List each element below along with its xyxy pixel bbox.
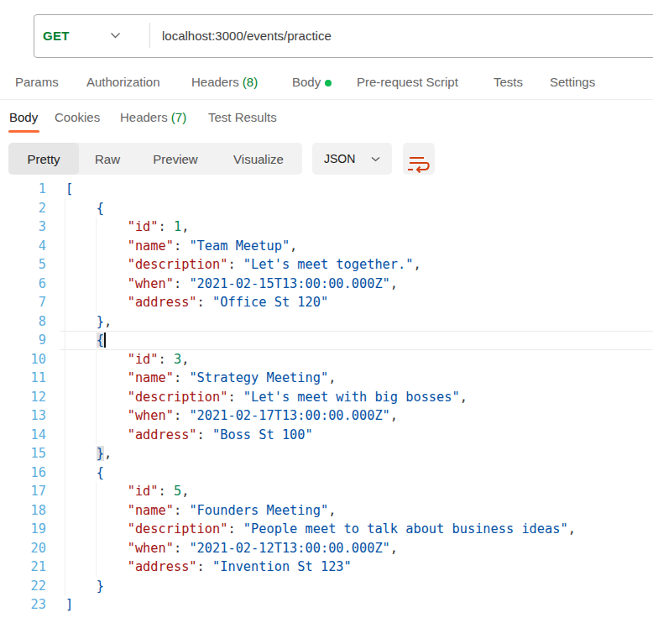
code-line-text: [: [65, 180, 73, 199]
line-number: 20: [0, 539, 46, 558]
code-line[interactable]: 4 "name": "Team Meetup",: [0, 237, 653, 256]
line-number: 16: [0, 463, 46, 483]
url-input[interactable]: localhost:3000/events/practice: [162, 15, 332, 55]
tab-tests[interactable]: Tests: [494, 76, 523, 89]
url-bar: GET localhost:3000/events/practice: [34, 14, 653, 58]
code-line-text: "when": "2021-02-12T13:00:00.000Z",: [65, 539, 398, 558]
text-cursor: [104, 332, 106, 348]
tab-params[interactable]: Params: [15, 76, 59, 89]
code-line[interactable]: 15 },: [0, 444, 653, 463]
line-number: 12: [0, 388, 46, 407]
response-tab-body[interactable]: Body: [9, 111, 38, 124]
view-mode-switcher: Pretty Raw Preview Visualize: [8, 143, 302, 175]
view-mode-visualize[interactable]: Visualize: [215, 143, 302, 175]
code-line[interactable]: 20 "when": "2021-02-12T13:00:00.000Z",: [0, 539, 653, 558]
response-tab-headers[interactable]: Headers (7): [120, 111, 186, 124]
code-line-text: "description": "Let's meet together.",: [65, 255, 421, 275]
code-editor[interactable]: 1[2 {3 "id": 1,4 "name": "Team Meetup",5…: [0, 180, 653, 615]
wrap-lines-button[interactable]: [403, 143, 435, 175]
code-line-text: ]: [65, 595, 73, 615]
code-line-text: "id": 5,: [65, 482, 189, 501]
code-line-text: "when": "2021-02-17T13:00:00.000Z",: [65, 406, 398, 426]
code-line[interactable]: 7 "address": "Office St 120": [0, 293, 653, 312]
code-line-text: },: [65, 312, 112, 332]
response-headers-count: (7): [168, 110, 187, 124]
code-line[interactable]: 6 "when": "2021-02-15T13:00:00.000Z",: [0, 275, 653, 294]
code-line-text: {: [65, 463, 104, 483]
tab-body[interactable]: Body: [292, 76, 332, 89]
line-number: 15: [0, 444, 46, 463]
line-number: 17: [0, 482, 46, 501]
code-line[interactable]: 2 {: [0, 199, 653, 218]
code-line[interactable]: 21 "address": "Invention St 123": [0, 558, 653, 577]
code-line-text: "address": "Boss St 100": [65, 426, 313, 445]
code-line[interactable]: 12 "description": "Let's meet with big b…: [0, 388, 653, 407]
code-line-text: "name": "Team Meetup",: [65, 237, 297, 256]
code-line-text: }: [65, 577, 104, 596]
tab-authorization[interactable]: Authorization: [86, 76, 160, 89]
wrap-lines-icon: [406, 154, 430, 173]
code-line[interactable]: 3 "id": 1,: [0, 217, 653, 237]
code-line-text: "id": 3,: [65, 350, 189, 369]
code-line[interactable]: 5 "description": "Let's meet together.",: [0, 255, 653, 275]
line-number: 8: [0, 312, 46, 332]
tab-pre-request-script[interactable]: Pre-request Script: [357, 76, 458, 89]
code-line[interactable]: 10 "id": 3,: [0, 350, 653, 369]
method-selector[interactable]: GET: [34, 15, 149, 55]
line-number: 9: [0, 331, 46, 350]
line-number: 6: [0, 275, 46, 294]
code-line-text: },: [65, 444, 112, 463]
code-line[interactable]: 23]: [0, 595, 653, 615]
code-line[interactable]: 16 {: [0, 463, 653, 483]
code-line[interactable]: 19 "description": "People meet to talk a…: [0, 520, 653, 539]
code-line-text: "address": "Office St 120": [65, 293, 328, 312]
code-line-text: "description": "Let's meet with big boss…: [65, 388, 468, 407]
url-divider: [149, 23, 150, 48]
request-tabs-divider: [0, 99, 653, 100]
postman-request-panel: GET localhost:3000/events/practice Param…: [0, 0, 653, 644]
code-line[interactable]: 1[: [0, 180, 653, 199]
line-number: 23: [0, 595, 46, 615]
line-number: 4: [0, 237, 46, 256]
chevron-down-icon: [371, 156, 380, 162]
code-line-text: "name": "Strategy Meeting",: [65, 369, 336, 388]
code-line-text: {: [65, 199, 104, 218]
active-tab-underline: [8, 130, 39, 133]
line-number: 3: [0, 217, 46, 237]
code-line-text: "name": "Founders Meeting",: [65, 501, 336, 521]
view-mode-preview[interactable]: Preview: [136, 143, 215, 175]
code-line[interactable]: 9 {: [0, 331, 653, 350]
tab-settings[interactable]: Settings: [550, 76, 595, 89]
code-line[interactable]: 22 }: [0, 577, 653, 596]
code-line[interactable]: 8 },: [0, 312, 653, 332]
code-line[interactable]: 11 "name": "Strategy Meeting",: [0, 369, 653, 388]
line-number: 7: [0, 293, 46, 312]
headers-count: (8): [239, 75, 259, 89]
line-number: 14: [0, 426, 46, 445]
code-line[interactable]: 18 "name": "Founders Meeting",: [0, 501, 653, 521]
code-line[interactable]: 17 "id": 5,: [0, 482, 653, 501]
language-dropdown[interactable]: JSON: [312, 143, 392, 175]
line-number: 18: [0, 501, 46, 521]
line-number: 22: [0, 577, 46, 596]
line-number: 11: [0, 369, 46, 388]
line-number: 2: [0, 199, 46, 218]
code-line[interactable]: 14 "address": "Boss St 100": [0, 426, 653, 445]
chevron-down-icon: [110, 32, 121, 39]
code-line-text: "when": "2021-02-15T13:00:00.000Z",: [65, 275, 398, 294]
line-number: 10: [0, 350, 46, 369]
code-line-text: "description": "People meet to talk abou…: [65, 520, 576, 539]
line-number: 21: [0, 558, 46, 577]
unsaved-dot: [325, 80, 332, 86]
active-line-highlight: [60, 331, 653, 350]
response-tab-test-results[interactable]: Test Results: [208, 111, 277, 124]
view-mode-raw[interactable]: Raw: [79, 143, 136, 175]
response-tab-cookies[interactable]: Cookies: [55, 111, 100, 124]
tab-headers[interactable]: Headers (8): [191, 76, 258, 89]
line-number: 1: [0, 180, 46, 199]
code-line[interactable]: 13 "when": "2021-02-17T13:00:00.000Z",: [0, 406, 653, 426]
code-line-text: "address": "Invention St 123": [65, 558, 352, 577]
view-mode-pretty[interactable]: Pretty: [8, 143, 79, 175]
code-line-text: {: [65, 331, 104, 350]
line-number: 5: [0, 255, 46, 275]
